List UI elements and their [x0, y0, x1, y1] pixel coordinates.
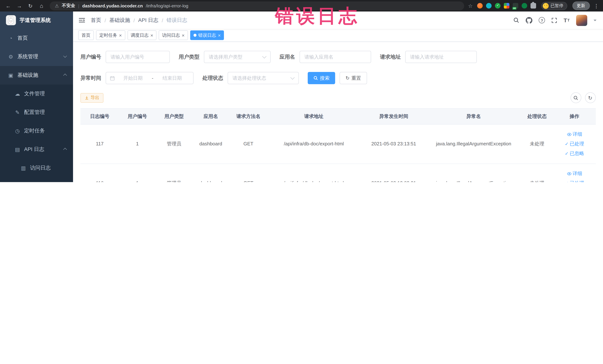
user-id-input[interactable]: 请输入用户编号: [106, 51, 170, 63]
column-header: 用户编号: [119, 113, 156, 120]
refresh-table-button[interactable]: [585, 92, 596, 103]
eye-icon: [567, 132, 571, 137]
table-cell: dashboard: [192, 180, 229, 182]
reset-button-label: 重置: [351, 75, 361, 82]
extensions-puzzle-icon[interactable]: [531, 3, 536, 9]
toggle-search-button[interactable]: [570, 92, 581, 103]
logo-rabbit-icon: [6, 15, 16, 25]
close-icon[interactable]: ×: [119, 33, 122, 38]
sidebar-item[interactable]: ▣基础设施: [0, 66, 73, 84]
breadcrumb-item[interactable]: API 日志: [138, 17, 159, 23]
filter-row-2: 异常时间 开始日期 - 结束日期 处理状态 请选择处理状态 搜索: [81, 72, 596, 84]
search-button[interactable]: 搜索: [308, 72, 335, 84]
sidebar-menu: ◔首页⚙系统管理▣基础设施☁文件管理✎配置管理◷定时任务▤API 日志▥访问日志…: [0, 29, 73, 182]
eye-icon: [567, 171, 571, 176]
detail-link[interactable]: 详细: [567, 169, 582, 178]
log-icon: ▥: [20, 165, 27, 171]
extension-on-badge: on: [512, 7, 517, 10]
sidebar-item-label: 定时任务: [24, 128, 45, 134]
column-header: 请求方法名: [229, 113, 268, 120]
action-label: 已忽略: [570, 150, 584, 157]
error-log-table: 日志编号用户编号用户类型应用名请求方法名请求地址异常发生时间异常名处理状态操作 …: [81, 108, 596, 182]
extension-icon-grid[interactable]: [504, 3, 509, 9]
table-cell: 1: [119, 141, 156, 147]
table-cell: 2021-05-03 12:02:31: [360, 180, 428, 182]
extension-icon-dark[interactable]: on: [513, 3, 518, 9]
browser-profile-chip[interactable]: 已暂停: [541, 2, 567, 10]
browser-menu-icon[interactable]: [593, 2, 599, 9]
browser-reload-icon[interactable]: [26, 3, 35, 9]
sidebar-item[interactable]: ◷定时任务: [0, 122, 73, 140]
bookmark-star-icon[interactable]: [468, 3, 473, 9]
sidebar-item[interactable]: ◔首页: [0, 29, 73, 47]
sidebar-toggle-icon[interactable]: [73, 17, 91, 23]
cloud-icon: ☁: [14, 91, 21, 97]
font-size-icon[interactable]: [564, 17, 570, 23]
edit-icon: ✎: [14, 109, 21, 115]
column-header: 异常发生时间: [360, 113, 428, 120]
mark-processed-link[interactable]: 已处理: [565, 140, 584, 149]
sidebar-item[interactable]: ▥访问日志: [0, 159, 73, 177]
browser-update-button[interactable]: 更新: [572, 1, 590, 10]
search-icon: [313, 76, 318, 81]
sidebar-item[interactable]: ☁文件管理: [0, 84, 73, 103]
reset-button[interactable]: 重置: [340, 72, 367, 84]
dashboard-icon: ◔: [7, 35, 14, 41]
extension-icon-orange[interactable]: [477, 3, 483, 9]
chevron-down-icon[interactable]: [593, 20, 596, 23]
tab-view[interactable]: 定时任务×: [96, 30, 125, 40]
browser-back-icon[interactable]: [4, 3, 13, 9]
action-label: 已处理: [570, 141, 584, 147]
address-bar[interactable]: 不安全 | dashboard.yudao.iocoder.cn/infra/l…: [50, 1, 464, 10]
close-icon[interactable]: ×: [150, 33, 153, 38]
fullscreen-icon[interactable]: [551, 17, 557, 23]
tab-active[interactable]: 错误日志×: [190, 30, 224, 40]
tab-view[interactable]: 首页: [78, 30, 94, 40]
github-icon[interactable]: [526, 17, 532, 23]
request-url-input[interactable]: 请输入请求地址: [405, 51, 477, 63]
browser-home-icon[interactable]: [37, 3, 46, 9]
exception-time-range-picker[interactable]: 开始日期 - 结束日期: [106, 72, 194, 84]
tab-view[interactable]: 调度日志×: [127, 30, 156, 40]
breadcrumb-item[interactable]: 首页: [91, 17, 101, 23]
sidebar-item[interactable]: ▤API 日志: [0, 140, 73, 159]
breadcrumb-item[interactable]: 基础设施: [109, 17, 130, 23]
range-separator: -: [150, 75, 155, 81]
table-body: 1171管理员dashboardGET/api/infra/db-doc/exp…: [81, 125, 596, 182]
process-status-select[interactable]: 请选择处理状态: [228, 72, 299, 84]
action-label: 详细: [573, 170, 582, 177]
url-host: dashboard.yudao.iocoder.cn: [82, 3, 143, 8]
avatar[interactable]: [576, 15, 587, 26]
tab-view[interactable]: 访问日志×: [159, 30, 188, 40]
row-actions: 详细已处理已忽略: [554, 169, 595, 182]
extension-icon-check[interactable]: [495, 3, 500, 9]
sidebar-item[interactable]: ▥错误日志: [0, 177, 73, 182]
check-icon: [565, 141, 568, 147]
chevron-up-icon: [63, 73, 67, 77]
mark-processed-link[interactable]: 已处理: [565, 179, 584, 182]
placeholder: 请输入应用名: [304, 54, 333, 60]
table-cell: 管理员: [156, 141, 192, 147]
logo-row[interactable]: 芋道管理系统: [0, 12, 73, 29]
placeholder: 请选择处理状态: [232, 75, 266, 82]
user-type-select[interactable]: 请选择用户类型: [204, 51, 271, 63]
close-icon[interactable]: ×: [218, 33, 221, 38]
sidebar-item[interactable]: ✎配置管理: [0, 103, 73, 122]
detail-link[interactable]: 详细: [567, 130, 582, 139]
refresh-icon: [346, 75, 350, 81]
end-date-placeholder: 结束日期: [155, 75, 189, 82]
column-header: 用户类型: [156, 113, 192, 120]
help-icon[interactable]: [539, 17, 545, 23]
close-icon[interactable]: ×: [182, 33, 185, 38]
sidebar-item[interactable]: ⚙系统管理: [0, 47, 73, 66]
search-icon[interactable]: [513, 17, 519, 23]
tab-label: 错误日志: [198, 32, 216, 38]
table-cell: 管理员: [156, 180, 192, 182]
main-header: 首页/基础设施/API 日志/错误日志: [73, 12, 603, 29]
mark-ignored-link[interactable]: 已忽略: [565, 149, 584, 158]
extension-icon-leaf[interactable]: [522, 3, 527, 9]
export-button[interactable]: 导出: [81, 93, 104, 103]
extension-icon-drop[interactable]: [486, 3, 492, 9]
browser-forward-icon[interactable]: [15, 3, 24, 9]
app-name-input[interactable]: 请输入应用名: [300, 51, 371, 63]
